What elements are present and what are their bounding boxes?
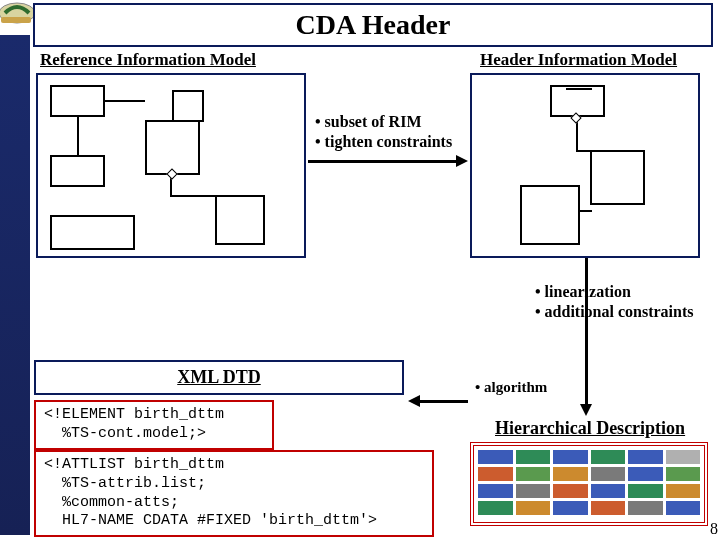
hd-cell <box>478 467 513 481</box>
arrow-head-icon <box>580 404 592 416</box>
hd-cell <box>628 467 663 481</box>
xml-panel: XML DTD <box>34 360 404 395</box>
hd-cell <box>478 501 513 515</box>
hd-cell <box>516 467 551 481</box>
hd-cell <box>666 484 701 498</box>
page-number: 8 <box>710 520 718 538</box>
hd-cell <box>478 484 513 498</box>
hd-cell <box>591 467 626 481</box>
rim-panel-title: Reference Information Model <box>40 50 256 70</box>
svg-rect-1 <box>1 17 31 23</box>
title-banner: CDA Header <box>33 3 713 47</box>
arrow-head-icon <box>408 395 420 407</box>
hd-cell <box>553 484 588 498</box>
uml-box <box>520 185 580 245</box>
hd-cell <box>478 450 513 464</box>
bullets-rim-to-him: • subset of RIM • tighten constraints <box>315 112 452 152</box>
uml-box <box>172 90 204 122</box>
hd-cell <box>666 501 701 515</box>
uml-box <box>50 215 135 250</box>
arrow-head-icon <box>456 155 468 167</box>
hd-cell <box>553 501 588 515</box>
hd-title: Hierarchical Description <box>495 418 685 439</box>
hd-cell <box>516 450 551 464</box>
bullets-hd-to-xml: • algorithm <box>475 378 547 397</box>
uml-box <box>50 155 105 187</box>
hd-cell <box>553 450 588 464</box>
hd-cell <box>591 484 626 498</box>
hd-cell <box>628 484 663 498</box>
hd-cell <box>666 467 701 481</box>
uml-box <box>50 85 105 117</box>
uml-box <box>145 120 200 175</box>
uml-box <box>215 195 265 245</box>
hd-cell <box>591 450 626 464</box>
hd-cell <box>628 450 663 464</box>
sidebar-stripe <box>0 35 30 535</box>
arrow-him-to-hd <box>585 258 588 406</box>
hd-cell <box>628 501 663 515</box>
arrow-rim-to-him <box>308 160 458 163</box>
hd-cell <box>591 501 626 515</box>
hd-cell <box>516 484 551 498</box>
hd-grid <box>470 442 708 526</box>
xml-code-block-1: <!ELEMENT birth_dttm %TS-cont.model;> <box>34 400 274 450</box>
hd-cell <box>553 467 588 481</box>
xml-code-block-2: <!ATTLIST birth_dttm %TS-attrib.list; %c… <box>34 450 434 537</box>
xml-panel-title: XML DTD <box>177 367 261 387</box>
bullets-him-to-hd: • linearization • additional constraints <box>535 282 694 322</box>
uml-box <box>590 150 645 205</box>
hd-cell <box>666 450 701 464</box>
uml-box <box>550 85 605 117</box>
hd-cell <box>516 501 551 515</box>
arrow-hd-to-xml <box>420 400 468 403</box>
page-title: CDA Header <box>296 9 451 40</box>
him-panel-title: Header Information Model <box>480 50 677 70</box>
